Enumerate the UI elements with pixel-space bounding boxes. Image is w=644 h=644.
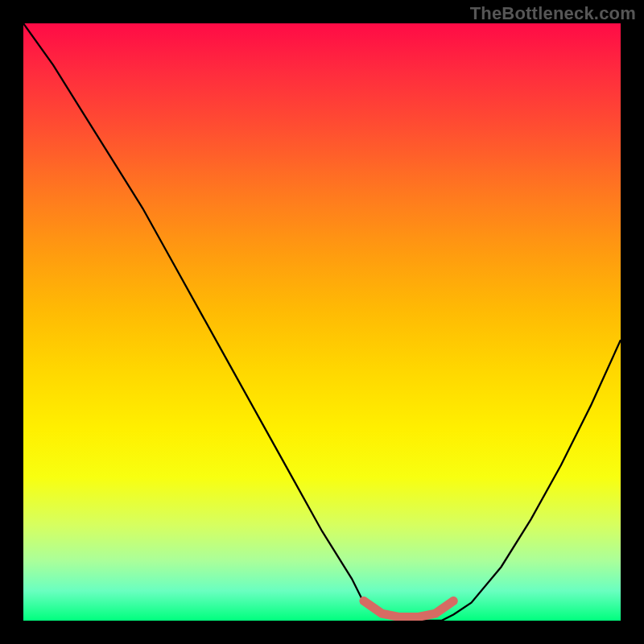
attribution-text: TheBottleneck.com xyxy=(470,3,636,24)
chart-svg xyxy=(23,23,621,621)
chart-frame: TheBottleneck.com xyxy=(0,0,644,644)
optimal-zone-marker xyxy=(364,601,453,617)
plot-area xyxy=(23,23,621,621)
bottleneck-curve xyxy=(23,23,621,621)
